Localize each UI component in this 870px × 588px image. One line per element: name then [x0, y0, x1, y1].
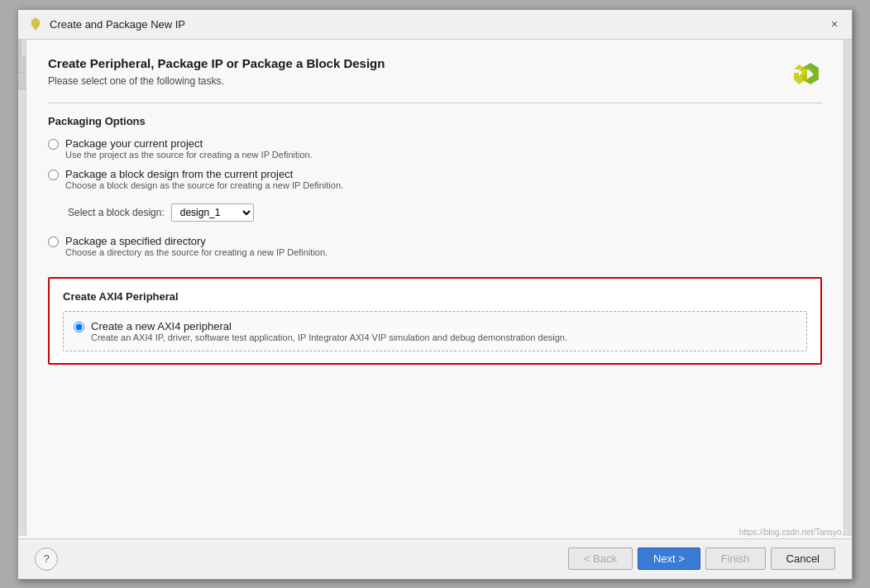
radio-create-axi4[interactable]: [74, 322, 84, 332]
option-package-project: Package your current project Use the pro…: [48, 137, 822, 160]
block-design-label: Select a block design:: [68, 207, 165, 218]
footer-buttons: < Back Next > Finish Cancel: [568, 547, 835, 570]
option-package-block-desc: Choose a block design as the source for …: [65, 180, 343, 190]
axi4-option: Create a new AXI4 peripheral Create an A…: [63, 311, 807, 351]
next-button[interactable]: Next >: [638, 547, 700, 570]
title-bar-left: Create and Package New IP: [28, 17, 185, 31]
page-title: Create Peripheral, Package IP or Package…: [48, 56, 385, 70]
option-package-block-labels: Package a block design from the current …: [65, 168, 343, 190]
dialog-title: Create and Package New IP: [50, 18, 185, 31]
cancel-button[interactable]: Cancel: [771, 547, 835, 570]
footer-left: ?: [35, 547, 58, 571]
option-package-project-label[interactable]: Package your current project: [65, 137, 313, 150]
header-area: Create Peripheral, Package IP or Package…: [48, 56, 822, 91]
option-package-dir: Package a specified directory Choose a d…: [48, 235, 822, 257]
app-icon: [28, 17, 43, 31]
block-design-select[interactable]: design_1: [171, 203, 254, 222]
help-button[interactable]: ?: [35, 547, 58, 571]
axi4-section-title: Create AXI4 Peripheral: [63, 290, 807, 303]
axi4-option-label[interactable]: Create a new AXI4 peripheral: [91, 320, 567, 332]
close-button[interactable]: ×: [827, 17, 842, 31]
option-package-project-desc: Use the project as the source for creati…: [65, 150, 313, 160]
axi4-option-labels: Create a new AXI4 peripheral Create an A…: [91, 320, 567, 342]
finish-button[interactable]: Finish: [705, 547, 766, 570]
page-subtitle: Please select one of the following tasks…: [48, 75, 385, 87]
option-package-block: Package a block design from the current …: [48, 168, 822, 190]
option-package-dir-label[interactable]: Package a specified directory: [65, 235, 327, 247]
title-bar: Create and Package New IP ×: [18, 10, 852, 40]
back-button[interactable]: < Back: [568, 547, 633, 570]
main-dialog: Create and Package New IP × Create Perip…: [17, 9, 853, 580]
axi4-peripheral-section: Create AXI4 Peripheral Create a new AXI4…: [48, 277, 822, 365]
packaging-options-group: Package your current project Use the pro…: [48, 137, 822, 257]
radio-package-dir[interactable]: [48, 237, 59, 247]
header-text: Create Peripheral, Package IP or Package…: [48, 56, 385, 87]
option-package-dir-labels: Package a specified directory Choose a d…: [65, 235, 327, 257]
radio-package-block[interactable]: [48, 170, 59, 180]
packaging-options-section: Packaging Options Package your current p…: [48, 115, 822, 257]
packaging-section-title: Packaging Options: [48, 115, 822, 127]
watermark: https://blog.csdn.net/Tansyo...: [739, 528, 848, 537]
xilinx-logo: [787, 56, 822, 91]
axi4-option-desc: Create an AXI4 IP, driver, software test…: [91, 332, 567, 342]
option-package-dir-desc: Choose a directory as the source for cre…: [65, 247, 327, 257]
header-divider: [48, 103, 822, 103]
option-package-block-label[interactable]: Package a block design from the current …: [65, 168, 343, 180]
block-design-row: Select a block design: design_1: [68, 203, 822, 222]
dialog-body: Create Peripheral, Package IP or Package…: [18, 40, 852, 538]
dialog-footer: ? < Back Next > Finish Cancel: [18, 538, 852, 579]
radio-package-project[interactable]: [48, 139, 59, 150]
option-package-project-labels: Package your current project Use the pro…: [65, 137, 313, 160]
